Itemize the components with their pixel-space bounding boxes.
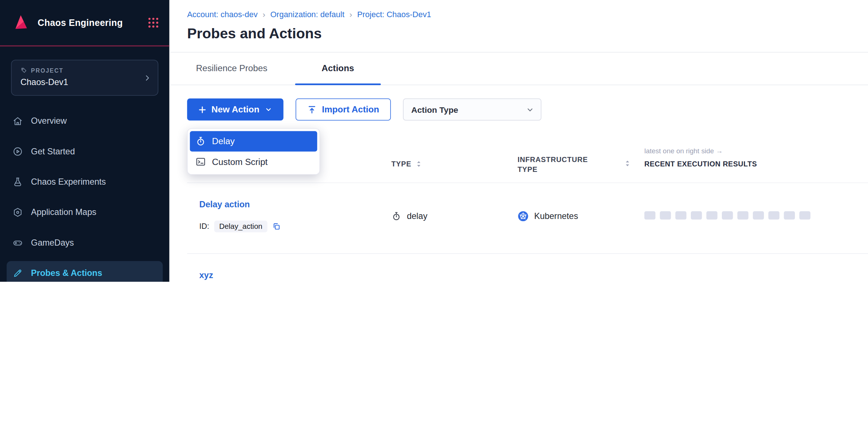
execution-result-slot	[753, 211, 764, 220]
menu-item-label: Custom Script	[212, 157, 267, 167]
chevron-down-icon	[526, 106, 534, 113]
breadcrumb-separator-icon	[349, 10, 352, 19]
execution-result-slot	[784, 211, 795, 220]
id-label: ID:	[199, 222, 209, 231]
type-cell: delay	[391, 209, 427, 223]
import-action-button[interactable]: Import Action	[295, 99, 391, 121]
chevron-down-icon	[265, 106, 271, 113]
execution-result-slot	[691, 211, 702, 220]
new-action-button[interactable]: New Action	[187, 99, 283, 121]
tab-bar: Resilience Probes Actions	[170, 53, 868, 85]
action-id-chip: Delay_action	[214, 220, 267, 232]
app-grid-icon[interactable]	[147, 16, 159, 28]
flask-icon	[12, 176, 23, 187]
new-action-dropdown-menu: Delay Custom Script	[187, 128, 320, 175]
breadcrumb-project-link[interactable]: Project: Chaos-Dev1	[357, 9, 431, 20]
menu-item-label: Delay	[212, 136, 235, 146]
execution-result-slot	[799, 211, 810, 220]
type-header-label: TYPE	[391, 160, 411, 168]
actions-toolbar: New Action Import Action Action Type	[170, 85, 868, 120]
stopwatch-icon	[195, 136, 206, 147]
sidebar: Chaos Engineering PROJECT Chaos-Dev1	[0, 0, 170, 282]
column-header-type: TYPE	[391, 160, 422, 168]
project-label-row: PROJECT	[20, 67, 139, 73]
plus-icon	[199, 106, 206, 113]
tag-icon	[20, 67, 27, 73]
execution-result-slot	[737, 211, 748, 220]
execution-result-slot	[675, 211, 686, 220]
import-action-label: Import Action	[322, 104, 379, 114]
execution-result-slot	[768, 211, 779, 220]
pen-icon	[12, 268, 23, 278]
actions-table: Delay action ID: Delay_action delay Kube…	[187, 182, 868, 282]
main-content: Account: chaos-dev Organization: default…	[170, 0, 868, 282]
kubernetes-icon	[518, 281, 529, 282]
sidebar-item-get-started[interactable]: Get Started	[7, 139, 163, 164]
table-row: Delay action ID: Delay_action delay Kube…	[187, 183, 868, 254]
home-icon	[12, 116, 23, 127]
action-type-filter[interactable]: Action Type	[403, 99, 541, 121]
breadcrumb: Account: chaos-dev Organization: default…	[187, 9, 868, 20]
column-header-infrastructure: INFRASTRUCTURE TYPE	[518, 155, 602, 175]
breadcrumb-separator-icon	[263, 10, 266, 19]
sidebar-item-label: Probes & Actions	[31, 268, 102, 278]
table-row: xyz ID: xyz customScript Kubernetes	[187, 254, 868, 282]
project-label: PROJECT	[31, 67, 64, 73]
action-id-row: ID: Delay_action	[199, 220, 281, 232]
gamepad-icon	[12, 237, 23, 248]
breadcrumb-account-link[interactable]: Account: chaos-dev	[187, 9, 258, 20]
sidebar-item-label: Get Started	[31, 147, 75, 157]
sidebar-header: Chaos Engineering	[0, 0, 170, 46]
play-circle-icon	[12, 146, 23, 157]
terminal-icon	[195, 157, 206, 167]
recent-execution-results	[644, 211, 811, 220]
sort-icon[interactable]	[416, 160, 422, 168]
results-note: latest one on right side →	[644, 147, 723, 155]
menu-item-custom-script[interactable]: Custom Script	[190, 151, 317, 172]
action-name-link[interactable]: Delay action	[199, 199, 250, 210]
import-icon	[307, 105, 316, 114]
action-type-value: Action Type	[411, 105, 458, 114]
app-window: Chaos Engineering PROJECT Chaos-Dev1	[0, 0, 868, 282]
tab-resilience-probes[interactable]: Resilience Probes	[191, 53, 272, 85]
infrastructure-value: Kubernetes	[534, 211, 578, 221]
menu-item-delay[interactable]: Delay	[190, 131, 317, 151]
sidebar-item-overview[interactable]: Overview	[7, 109, 163, 134]
sidebar-item-chaos-experiments[interactable]: Chaos Experiments	[7, 170, 163, 194]
tab-actions[interactable]: Actions	[295, 53, 381, 85]
execution-result-slot	[707, 211, 717, 220]
execution-result-slot	[722, 211, 733, 220]
infrastructure-cell: Kubernetes	[518, 280, 578, 282]
sidebar-item-probes-actions[interactable]: Probes & Actions	[7, 261, 163, 282]
execution-result-slot	[644, 211, 655, 220]
brand-title: Chaos Engineering	[38, 18, 141, 28]
sidebar-item-label: Overview	[31, 116, 67, 126]
sidebar-nav: Overview Get Started Chaos Experiments A…	[0, 109, 170, 282]
breadcrumb-org-link[interactable]: Organization: default	[270, 9, 344, 20]
chevron-right-icon	[143, 73, 152, 82]
page-title: Probes and Actions	[187, 25, 868, 41]
new-action-label: New Action	[212, 104, 259, 114]
project-name: Chaos-Dev1	[20, 77, 139, 87]
hexagon-icon	[12, 207, 23, 218]
sidebar-item-application-maps[interactable]: Application Maps	[7, 200, 163, 225]
copy-icon[interactable]	[272, 222, 281, 230]
infrastructure-cell: Kubernetes	[518, 209, 578, 223]
stopwatch-icon	[391, 211, 401, 221]
action-name-link[interactable]: xyz	[199, 270, 213, 280]
page-header: Account: chaos-dev Organization: default…	[170, 0, 868, 53]
chaos-brand-icon	[11, 13, 31, 33]
type-cell: customScript	[391, 280, 456, 282]
sidebar-item-label: GameDays	[31, 238, 74, 248]
execution-result-slot	[660, 211, 671, 220]
sidebar-item-gamedays[interactable]: GameDays	[7, 231, 163, 255]
column-header-results: RECENT EXECUTION RESULTS	[644, 160, 757, 168]
sidebar-item-label: Application Maps	[31, 207, 96, 217]
project-selector[interactable]: PROJECT Chaos-Dev1	[11, 60, 158, 96]
sidebar-item-label: Chaos Experiments	[31, 177, 106, 187]
kubernetes-icon	[518, 211, 529, 222]
type-value: delay	[407, 211, 427, 221]
sort-icon[interactable]	[624, 159, 631, 168]
